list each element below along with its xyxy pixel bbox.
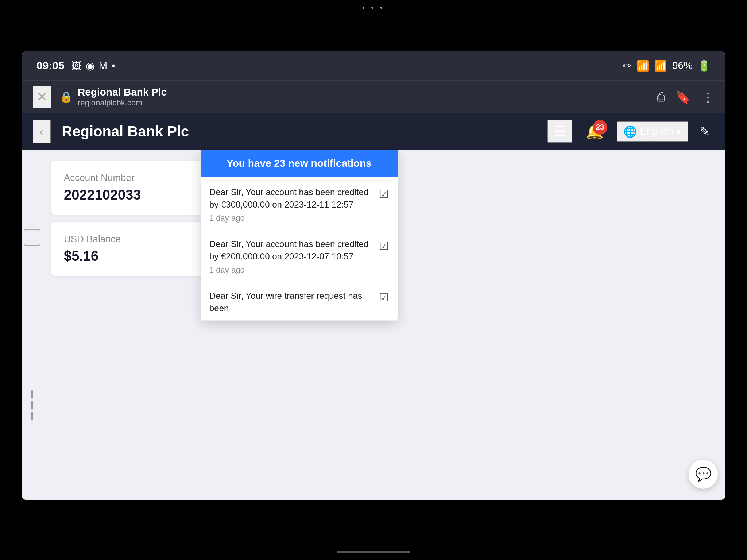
status-right: ✏ 📶 📶 96% 🔋 [623, 60, 711, 72]
notif-time-2: 1 day ago [209, 265, 374, 275]
notif-check-icon-3[interactable]: ☑ [379, 291, 389, 304]
vertical-lines [31, 390, 33, 421]
notification-badge: 23 [593, 120, 607, 135]
lock-icon: 🔒 [60, 91, 73, 103]
status-time: 09:05 [36, 59, 65, 72]
globe-icon: 🌐 [623, 125, 637, 138]
language-selector[interactable]: 🌐 English ▾ [617, 121, 688, 142]
screen: 09:05 🖼 ◉ M • ✏ 📶 📶 96% 🔋 ✕ 🔒 [22, 51, 725, 500]
battery-icon: 🔋 [698, 60, 711, 72]
notification-dropdown: You have 23 new notifications Dear Sir, … [201, 150, 398, 321]
browser-actions: ⎙ 🔖 ⋮ [657, 90, 714, 104]
battery-level: 96% [672, 60, 693, 72]
notif-message-1: Dear Sir, Your account has been credited… [209, 186, 374, 211]
gmail-icon: M [99, 60, 107, 72]
chevron-down-icon: ▾ [676, 125, 681, 138]
bookmark-icon[interactable]: 🔖 [676, 90, 691, 104]
chat-icon: 💬 [695, 467, 712, 482]
site-url: regionalplcbk.com [78, 98, 167, 108]
status-icons: 🖼 ◉ M • [71, 60, 115, 72]
top-dots: • • • [362, 4, 385, 12]
notification-button[interactable]: 🔔 23 [580, 120, 609, 143]
status-left: 09:05 🖼 ◉ M • [36, 59, 115, 72]
chat-fab-button[interactable]: 💬 [689, 460, 718, 489]
usd-balance-label: USD Balance [64, 233, 205, 245]
main-content: You have 23 new notifications Dear Sir, … [22, 150, 725, 500]
site-name: Regional Bank Plc [78, 86, 167, 98]
usd-balance-card: USD Balance $5.16 [51, 222, 218, 276]
whatsapp-icon: ◉ [86, 60, 94, 72]
hamburger-menu-button[interactable]: ☰ [547, 120, 572, 143]
notif-message-2: Dear Sir, Your account has been credited… [209, 238, 374, 262]
notification-item-2[interactable]: Dear Sir, Your account has been credited… [201, 229, 398, 281]
bank-logo: Regional Bank Plc [62, 123, 189, 140]
notif-text-2: Dear Sir, Your account has been credited… [209, 238, 374, 275]
account-number-label: Account Number [64, 172, 205, 184]
bottom-home-indicator [337, 551, 410, 553]
notification-item-1[interactable]: Dear Sir, Your account has been credited… [201, 177, 398, 229]
more-options-icon[interactable]: ⋮ [702, 90, 714, 104]
browser-close-button[interactable]: ✕ [33, 86, 51, 108]
notif-check-icon-2[interactable]: ☑ [379, 239, 389, 252]
notif-time-1: 1 day ago [209, 213, 374, 223]
browser-bar: ✕ 🔒 Regional Bank Plc regionalplcbk.com … [22, 80, 725, 113]
edit-icon[interactable]: ✎ [695, 121, 714, 142]
url-text: Regional Bank Plc regionalplcbk.com [78, 86, 167, 108]
browser-url-bar[interactable]: 🔒 Regional Bank Plc regionalplcbk.com [60, 86, 649, 108]
status-bar: 09:05 🖼 ◉ M • ✏ 📶 📶 96% 🔋 [22, 51, 725, 80]
navbar: ‹ Regional Bank Plc ☰ 🔔 23 🌐 English ▾ ✎ [22, 113, 725, 150]
language-label: English [640, 125, 673, 137]
dot-indicator: • [112, 60, 115, 72]
back-button[interactable]: ‹ [33, 120, 51, 143]
account-number-card: Account Number 2022102033 [51, 161, 218, 215]
usd-balance-value: $5.16 [64, 248, 205, 264]
notification-header: You have 23 new notifications [201, 150, 398, 177]
share-icon[interactable]: ⎙ [657, 90, 665, 104]
notif-check-icon-1[interactable]: ☑ [379, 188, 389, 200]
photo-icon: 🖼 [71, 60, 81, 72]
left-panel [22, 150, 42, 500]
notif-text-3: Dear Sir, Your wire transfer request has… [209, 290, 374, 314]
notification-item-3[interactable]: Dear Sir, Your wire transfer request has… [201, 281, 398, 320]
signal-icon: 📶 [654, 60, 667, 72]
wifi-icon: 📶 [636, 60, 649, 72]
square-button[interactable] [24, 229, 40, 246]
notif-message-3: Dear Sir, Your wire transfer request has… [209, 290, 374, 314]
account-number-value: 2022102033 [64, 187, 205, 203]
notif-text-1: Dear Sir, Your account has been credited… [209, 186, 374, 223]
pencil-icon: ✏ [623, 60, 631, 72]
